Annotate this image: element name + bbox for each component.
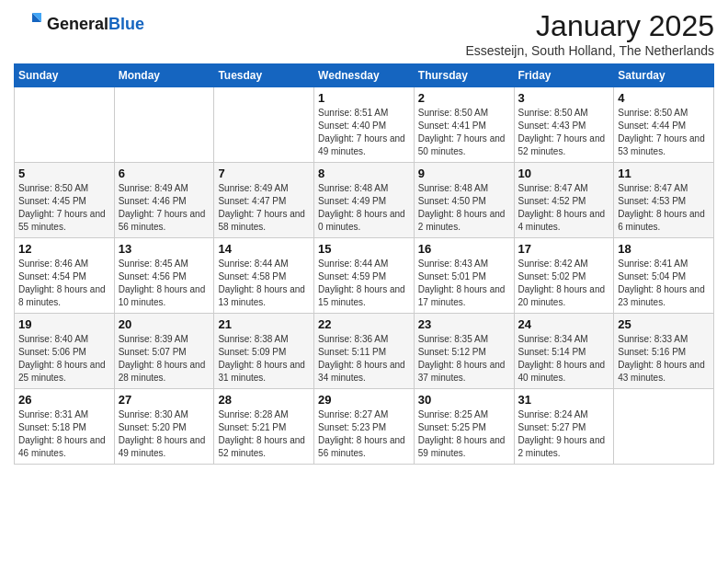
table-row: 31Sunrise: 8:24 AMSunset: 5:27 PMDayligh… <box>514 389 614 465</box>
table-row: 4Sunrise: 8:50 AMSunset: 4:44 PMDaylight… <box>614 87 714 163</box>
col-monday: Monday <box>114 64 214 87</box>
day-number: 31 <box>518 393 610 407</box>
day-number: 23 <box>418 317 510 331</box>
day-info: Sunrise: 8:33 AMSunset: 5:16 PMDaylight:… <box>618 333 710 385</box>
col-sunday: Sunday <box>15 64 115 87</box>
day-info: Sunrise: 8:31 AMSunset: 5:18 PMDaylight:… <box>18 408 110 460</box>
table-row: 20Sunrise: 8:39 AMSunset: 5:07 PMDayligh… <box>114 314 214 389</box>
table-row: 19Sunrise: 8:40 AMSunset: 5:06 PMDayligh… <box>15 314 115 389</box>
day-number: 29 <box>318 393 410 407</box>
table-row: 3Sunrise: 8:50 AMSunset: 4:43 PMDaylight… <box>514 87 614 163</box>
day-info: Sunrise: 8:43 AMSunset: 5:01 PMDaylight:… <box>418 258 510 309</box>
location: Essesteijn, South Holland, The Netherlan… <box>465 43 714 58</box>
calendar-week-row: 5Sunrise: 8:50 AMSunset: 4:45 PMDaylight… <box>15 163 714 238</box>
title-block: January 2025 Essesteijn, South Holland, … <box>465 9 714 58</box>
table-row: 22Sunrise: 8:36 AMSunset: 5:11 PMDayligh… <box>314 314 415 389</box>
table-row <box>114 87 214 163</box>
calendar-week-row: 19Sunrise: 8:40 AMSunset: 5:06 PMDayligh… <box>15 314 714 389</box>
day-info: Sunrise: 8:41 AMSunset: 5:04 PMDaylight:… <box>618 258 710 309</box>
day-number: 27 <box>119 393 210 407</box>
table-row: 28Sunrise: 8:28 AMSunset: 5:21 PMDayligh… <box>214 389 314 465</box>
day-number: 12 <box>18 242 110 256</box>
col-wednesday: Wednesday <box>314 64 415 87</box>
day-info: Sunrise: 8:44 AMSunset: 4:58 PMDaylight:… <box>218 258 310 309</box>
logo-general: General <box>47 15 108 34</box>
day-info: Sunrise: 8:24 AMSunset: 5:27 PMDaylight:… <box>518 408 610 460</box>
day-number: 21 <box>218 317 310 331</box>
month-year: January 2025 <box>465 9 714 43</box>
day-info: Sunrise: 8:50 AMSunset: 4:43 PMDaylight:… <box>518 107 610 158</box>
table-row: 17Sunrise: 8:42 AMSunset: 5:02 PMDayligh… <box>514 238 614 314</box>
day-info: Sunrise: 8:25 AMSunset: 5:25 PMDaylight:… <box>418 408 510 460</box>
day-number: 5 <box>18 167 110 180</box>
day-info: Sunrise: 8:50 AMSunset: 4:45 PMDaylight:… <box>18 182 110 234</box>
logo-blue: Blue <box>108 15 144 34</box>
day-info: Sunrise: 8:48 AMSunset: 4:49 PMDaylight:… <box>318 182 410 234</box>
table-row: 25Sunrise: 8:33 AMSunset: 5:16 PMDayligh… <box>614 314 714 389</box>
day-info: Sunrise: 8:49 AMSunset: 4:46 PMDaylight:… <box>119 182 210 234</box>
day-info: Sunrise: 8:36 AMSunset: 5:11 PMDaylight:… <box>318 333 410 385</box>
page-header: General Blue January 2025 Essesteijn, So… <box>14 9 714 58</box>
day-info: Sunrise: 8:42 AMSunset: 5:02 PMDaylight:… <box>518 258 610 309</box>
day-number: 28 <box>218 393 310 407</box>
calendar-week-row: 26Sunrise: 8:31 AMSunset: 5:18 PMDayligh… <box>15 389 714 465</box>
day-info: Sunrise: 8:48 AMSunset: 4:50 PMDaylight:… <box>418 182 510 234</box>
table-row: 5Sunrise: 8:50 AMSunset: 4:45 PMDaylight… <box>15 163 115 238</box>
day-number: 22 <box>318 317 410 331</box>
day-info: Sunrise: 8:38 AMSunset: 5:09 PMDaylight:… <box>218 333 310 385</box>
day-number: 6 <box>119 167 210 180</box>
day-info: Sunrise: 8:46 AMSunset: 4:54 PMDaylight:… <box>18 258 110 309</box>
col-tuesday: Tuesday <box>214 64 314 87</box>
day-info: Sunrise: 8:49 AMSunset: 4:47 PMDaylight:… <box>218 182 310 234</box>
table-row: 26Sunrise: 8:31 AMSunset: 5:18 PMDayligh… <box>15 389 115 465</box>
table-row: 14Sunrise: 8:44 AMSunset: 4:58 PMDayligh… <box>214 238 314 314</box>
table-row: 10Sunrise: 8:47 AMSunset: 4:52 PMDayligh… <box>514 163 614 238</box>
calendar-week-row: 1Sunrise: 8:51 AMSunset: 4:40 PMDaylight… <box>15 87 714 163</box>
table-row: 15Sunrise: 8:44 AMSunset: 4:59 PMDayligh… <box>314 238 415 314</box>
calendar-week-row: 12Sunrise: 8:46 AMSunset: 4:54 PMDayligh… <box>15 238 714 314</box>
day-info: Sunrise: 8:30 AMSunset: 5:20 PMDaylight:… <box>119 408 210 460</box>
logo-icon <box>14 9 43 39</box>
table-row: 9Sunrise: 8:48 AMSunset: 4:50 PMDaylight… <box>414 163 514 238</box>
table-row: 13Sunrise: 8:45 AMSunset: 4:56 PMDayligh… <box>114 238 214 314</box>
day-info: Sunrise: 8:47 AMSunset: 4:52 PMDaylight:… <box>518 182 610 234</box>
day-number: 15 <box>318 242 410 256</box>
page-container: General Blue January 2025 Essesteijn, So… <box>0 0 728 474</box>
day-number: 11 <box>618 167 710 180</box>
table-row: 6Sunrise: 8:49 AMSunset: 4:46 PMDaylight… <box>114 163 214 238</box>
day-info: Sunrise: 8:50 AMSunset: 4:41 PMDaylight:… <box>418 107 510 158</box>
table-row: 30Sunrise: 8:25 AMSunset: 5:25 PMDayligh… <box>414 389 514 465</box>
day-number: 14 <box>218 242 310 256</box>
table-row: 12Sunrise: 8:46 AMSunset: 4:54 PMDayligh… <box>15 238 115 314</box>
table-row <box>15 87 115 163</box>
day-info: Sunrise: 8:40 AMSunset: 5:06 PMDaylight:… <box>18 333 110 385</box>
table-row: 18Sunrise: 8:41 AMSunset: 5:04 PMDayligh… <box>614 238 714 314</box>
table-row: 24Sunrise: 8:34 AMSunset: 5:14 PMDayligh… <box>514 314 614 389</box>
day-number: 8 <box>318 167 410 180</box>
day-number: 25 <box>618 317 710 331</box>
day-number: 30 <box>418 393 510 407</box>
day-info: Sunrise: 8:45 AMSunset: 4:56 PMDaylight:… <box>119 258 210 309</box>
day-number: 1 <box>318 91 410 105</box>
day-number: 16 <box>418 242 510 256</box>
table-row: 8Sunrise: 8:48 AMSunset: 4:49 PMDaylight… <box>314 163 415 238</box>
day-number: 3 <box>518 91 610 105</box>
calendar-table: Sunday Monday Tuesday Wednesday Thursday… <box>14 63 714 465</box>
table-row: 2Sunrise: 8:50 AMSunset: 4:41 PMDaylight… <box>414 87 514 163</box>
day-info: Sunrise: 8:47 AMSunset: 4:53 PMDaylight:… <box>618 182 710 234</box>
table-row: 21Sunrise: 8:38 AMSunset: 5:09 PMDayligh… <box>214 314 314 389</box>
day-number: 4 <box>618 91 710 105</box>
table-row <box>614 389 714 465</box>
day-number: 7 <box>218 167 310 180</box>
day-number: 19 <box>18 317 110 331</box>
table-row: 11Sunrise: 8:47 AMSunset: 4:53 PMDayligh… <box>614 163 714 238</box>
col-saturday: Saturday <box>614 64 714 87</box>
day-number: 24 <box>518 317 610 331</box>
table-row: 1Sunrise: 8:51 AMSunset: 4:40 PMDaylight… <box>314 87 415 163</box>
day-info: Sunrise: 8:44 AMSunset: 4:59 PMDaylight:… <box>318 258 410 309</box>
day-info: Sunrise: 8:27 AMSunset: 5:23 PMDaylight:… <box>318 408 410 460</box>
day-info: Sunrise: 8:51 AMSunset: 4:40 PMDaylight:… <box>318 107 410 158</box>
day-info: Sunrise: 8:34 AMSunset: 5:14 PMDaylight:… <box>518 333 610 385</box>
day-number: 18 <box>618 242 710 256</box>
day-info: Sunrise: 8:28 AMSunset: 5:21 PMDaylight:… <box>218 408 310 460</box>
